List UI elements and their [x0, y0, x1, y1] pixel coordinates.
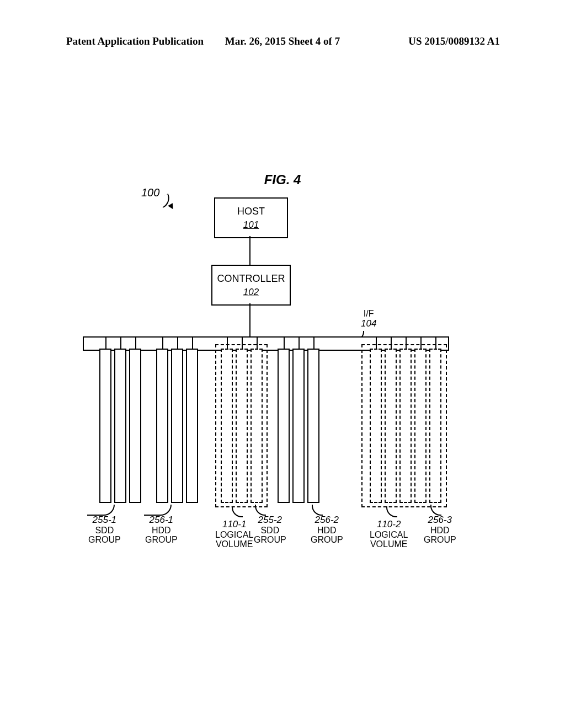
logvol-line1: LOGICAL — [370, 530, 408, 540]
controller-box: CONTROLLER 102 — [211, 265, 291, 306]
controller-label: CONTROLLER — [217, 273, 285, 285]
connector-line — [391, 336, 392, 349]
group-label: 255-2 SDD GROUP — [254, 515, 286, 545]
connector-line — [284, 336, 285, 349]
group-line1: SDD — [88, 526, 121, 536]
connector-line — [135, 336, 136, 349]
page: Patent Application Publication Mar. 26, … — [0, 0, 565, 728]
drive-icon — [129, 349, 141, 503]
drive-icon — [278, 349, 290, 503]
logical-volume-2-label: 110-2 LOGICAL VOLUME — [370, 520, 408, 549]
group-line2: GROUP — [88, 535, 121, 545]
interface-label: I/F 104 — [361, 309, 376, 329]
group-label: 255-1 SDD GROUP — [88, 515, 121, 545]
drive-icon — [236, 349, 248, 503]
drive-icon — [156, 349, 168, 503]
drive-icon — [370, 349, 382, 503]
drive-icon — [171, 349, 183, 503]
host-box: HOST 101 — [214, 197, 288, 238]
drive-icon — [250, 349, 263, 503]
group-line1: HDD — [145, 526, 178, 536]
drive-icon — [414, 349, 427, 503]
callout-curve-icon — [386, 506, 397, 517]
connector-line — [162, 336, 163, 349]
group-ref: 256-3 — [424, 515, 456, 526]
logvol-line1: LOGICAL — [215, 530, 253, 540]
drive-icon — [385, 349, 397, 503]
drive-icon — [399, 349, 412, 503]
drive-icon — [99, 349, 111, 503]
logvol-ref: 110-2 — [370, 520, 408, 530]
connector-line — [376, 336, 377, 349]
connector-line — [177, 336, 178, 349]
system-ref-label: 100 — [141, 186, 159, 199]
callout-curve-icon — [144, 505, 172, 516]
callout-curve-icon — [87, 505, 115, 516]
host-label: HOST — [237, 206, 265, 217]
drive-icon — [429, 349, 441, 503]
callout-curve-icon — [430, 505, 441, 516]
drive-icon — [307, 349, 319, 503]
drive-icon — [114, 349, 126, 503]
connector-line — [249, 303, 250, 338]
connector-line — [120, 336, 121, 349]
controller-ref: 102 — [243, 287, 259, 298]
group-line1: SDD — [254, 526, 286, 536]
group-line1: HDD — [311, 526, 343, 536]
callout-curve-icon — [232, 506, 243, 517]
group-line1: HDD — [424, 526, 456, 536]
group-line2: GROUP — [311, 535, 343, 545]
logvol-line2: VOLUME — [370, 539, 408, 549]
group-ref: 255-1 — [88, 515, 121, 526]
connector-line — [227, 336, 228, 349]
drive-groups: 255-1 SDD GROUP 256-1 HDD GROUP — [0, 349, 565, 547]
logvol-line2: VOLUME — [215, 539, 253, 549]
connector-line — [406, 336, 407, 349]
host-ref: 101 — [243, 220, 259, 231]
group-label: 256-2 HDD GROUP — [311, 515, 343, 545]
group-line2: GROUP — [254, 535, 286, 545]
connector-line — [299, 336, 300, 349]
group-label: 256-3 HDD GROUP — [424, 515, 456, 545]
connector-line — [313, 336, 315, 349]
callout-curve-icon — [255, 505, 266, 516]
group-ref: 256-2 — [311, 515, 343, 526]
arrow-icon — [159, 192, 175, 208]
connector-line — [242, 336, 243, 349]
drive-icon — [221, 349, 233, 503]
drive-icon — [292, 349, 305, 503]
logvol-ref: 110-1 — [215, 520, 253, 530]
group-line2: GROUP — [424, 535, 456, 545]
group-ref: 256-1 — [145, 515, 178, 526]
connector-line — [105, 336, 106, 349]
group-line2: GROUP — [145, 535, 178, 545]
connector-line — [192, 336, 193, 349]
drive-icon — [186, 349, 198, 503]
interface-text: I/F — [361, 309, 376, 319]
figure-title: FIG. 4 — [264, 172, 301, 188]
connector-line — [257, 336, 258, 349]
group-label: 256-1 HDD GROUP — [145, 515, 178, 545]
connector-line — [420, 336, 422, 349]
connector-line — [435, 336, 436, 349]
connector-line — [249, 236, 250, 265]
callout-curve-icon — [312, 505, 323, 516]
interface-ref: 104 — [361, 319, 376, 329]
logical-volume-1-label: 110-1 LOGICAL VOLUME — [215, 520, 253, 549]
figure-4: FIG. 4 100 HOST 101 CONTROLLER 102 I/F 1… — [0, 0, 565, 728]
group-ref: 255-2 — [254, 515, 286, 526]
